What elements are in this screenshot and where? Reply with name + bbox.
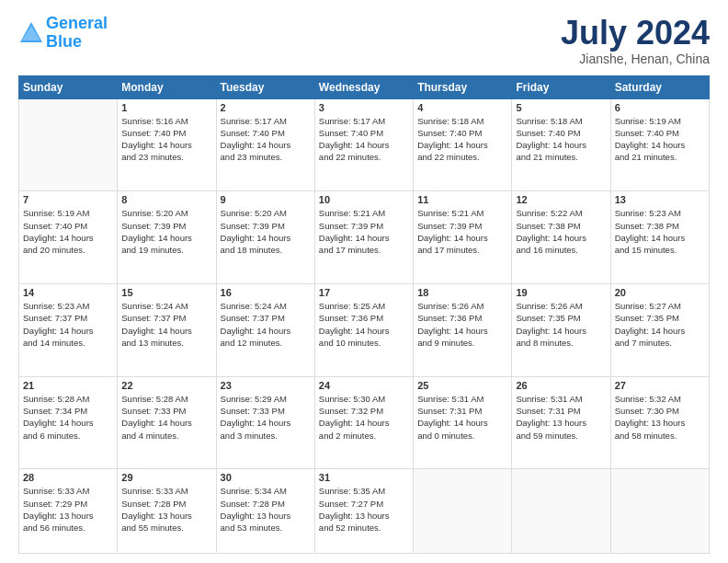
day-number: 29 — [121, 472, 211, 483]
day-number: 1 — [121, 102, 211, 113]
day-number: 30 — [221, 472, 311, 483]
calendar-cell-w2-d1: 7Sunrise: 5:19 AM Sunset: 7:40 PM Daylig… — [19, 191, 118, 284]
page: General Blue July 2024 Jianshe, Henan, C… — [0, 0, 728, 563]
day-number: 12 — [516, 194, 606, 205]
calendar-cell-w1-d3: 2Sunrise: 5:17 AM Sunset: 7:40 PM Daylig… — [216, 98, 314, 191]
header-thursday: Thursday — [414, 75, 512, 98]
logo-text: General Blue — [46, 15, 108, 52]
day-number: 13 — [615, 194, 705, 205]
day-number: 31 — [319, 472, 409, 483]
header-saturday: Saturday — [610, 75, 709, 98]
calendar-cell-w2-d2: 8Sunrise: 5:20 AM Sunset: 7:39 PM Daylig… — [118, 191, 216, 284]
day-info: Sunrise: 5:16 AM Sunset: 7:40 PM Dayligh… — [121, 115, 211, 164]
calendar-cell-w3-d2: 15Sunrise: 5:24 AM Sunset: 7:37 PM Dayli… — [118, 284, 216, 377]
day-number: 2 — [221, 102, 311, 113]
calendar-cell-w5-d3: 30Sunrise: 5:34 AM Sunset: 7:28 PM Dayli… — [216, 469, 314, 554]
header-tuesday: Tuesday — [216, 75, 314, 98]
calendar-cell-w4-d3: 23Sunrise: 5:29 AM Sunset: 7:33 PM Dayli… — [216, 376, 314, 469]
day-info: Sunrise: 5:31 AM Sunset: 7:31 PM Dayligh… — [516, 393, 606, 442]
calendar-cell-w4-d4: 24Sunrise: 5:30 AM Sunset: 7:32 PM Dayli… — [314, 376, 413, 469]
calendar-cell-w5-d2: 29Sunrise: 5:33 AM Sunset: 7:28 PM Dayli… — [118, 469, 216, 554]
day-info: Sunrise: 5:18 AM Sunset: 7:40 PM Dayligh… — [516, 115, 606, 164]
day-info: Sunrise: 5:24 AM Sunset: 7:37 PM Dayligh… — [221, 300, 311, 349]
day-number: 11 — [417, 194, 507, 205]
day-info: Sunrise: 5:34 AM Sunset: 7:28 PM Dayligh… — [221, 485, 311, 534]
calendar-cell-w2-d3: 9Sunrise: 5:20 AM Sunset: 7:39 PM Daylig… — [216, 191, 314, 284]
day-number: 21 — [23, 380, 113, 391]
day-info: Sunrise: 5:23 AM Sunset: 7:38 PM Dayligh… — [615, 207, 705, 256]
calendar-cell-w1-d6: 5Sunrise: 5:18 AM Sunset: 7:40 PM Daylig… — [512, 98, 610, 191]
calendar-cell-w5-d4: 31Sunrise: 5:35 AM Sunset: 7:27 PM Dayli… — [314, 469, 413, 554]
header-monday: Monday — [118, 75, 216, 98]
day-number: 24 — [319, 380, 409, 391]
day-number: 25 — [417, 380, 507, 391]
day-info: Sunrise: 5:28 AM Sunset: 7:34 PM Dayligh… — [23, 393, 113, 442]
calendar-cell-w4-d7: 27Sunrise: 5:32 AM Sunset: 7:30 PM Dayli… — [610, 376, 709, 469]
calendar-cell-w3-d4: 17Sunrise: 5:25 AM Sunset: 7:36 PM Dayli… — [314, 284, 413, 377]
day-info: Sunrise: 5:28 AM Sunset: 7:33 PM Dayligh… — [121, 393, 211, 442]
day-number: 26 — [516, 380, 606, 391]
day-number: 8 — [121, 194, 211, 205]
day-info: Sunrise: 5:24 AM Sunset: 7:37 PM Dayligh… — [121, 300, 211, 349]
day-info: Sunrise: 5:33 AM Sunset: 7:29 PM Dayligh… — [23, 485, 113, 534]
calendar-cell-w2-d6: 12Sunrise: 5:22 AM Sunset: 7:38 PM Dayli… — [512, 191, 610, 284]
day-info: Sunrise: 5:22 AM Sunset: 7:38 PM Dayligh… — [516, 207, 606, 256]
day-number: 3 — [319, 102, 409, 113]
day-info: Sunrise: 5:18 AM Sunset: 7:40 PM Dayligh… — [417, 115, 507, 164]
day-info: Sunrise: 5:30 AM Sunset: 7:32 PM Dayligh… — [319, 393, 409, 442]
svg-marker-1 — [22, 26, 40, 40]
day-info: Sunrise: 5:23 AM Sunset: 7:37 PM Dayligh… — [23, 300, 113, 349]
calendar-cell-w5-d1: 28Sunrise: 5:33 AM Sunset: 7:29 PM Dayli… — [19, 469, 118, 554]
day-info: Sunrise: 5:33 AM Sunset: 7:28 PM Dayligh… — [121, 485, 211, 534]
calendar-cell-w1-d5: 4Sunrise: 5:18 AM Sunset: 7:40 PM Daylig… — [414, 98, 512, 191]
day-number: 19 — [516, 287, 606, 298]
day-number: 23 — [221, 380, 311, 391]
day-number: 22 — [121, 380, 211, 391]
calendar-cell-w4-d1: 21Sunrise: 5:28 AM Sunset: 7:34 PM Dayli… — [19, 376, 118, 469]
calendar-cell-w1-d4: 3Sunrise: 5:17 AM Sunset: 7:40 PM Daylig… — [314, 98, 413, 191]
day-info: Sunrise: 5:25 AM Sunset: 7:36 PM Dayligh… — [319, 300, 409, 349]
header-wednesday: Wednesday — [314, 75, 413, 98]
day-info: Sunrise: 5:17 AM Sunset: 7:40 PM Dayligh… — [221, 115, 311, 164]
day-number: 7 — [23, 194, 113, 205]
logo-blue: Blue — [46, 32, 82, 51]
day-number: 6 — [615, 102, 705, 113]
calendar-cell-w3-d7: 20Sunrise: 5:27 AM Sunset: 7:35 PM Dayli… — [610, 284, 709, 377]
day-info: Sunrise: 5:26 AM Sunset: 7:36 PM Dayligh… — [417, 300, 507, 349]
day-info: Sunrise: 5:19 AM Sunset: 7:40 PM Dayligh… — [615, 115, 705, 164]
week-row-2: 7Sunrise: 5:19 AM Sunset: 7:40 PM Daylig… — [19, 191, 710, 284]
day-number: 17 — [319, 287, 409, 298]
calendar-cell-w3-d1: 14Sunrise: 5:23 AM Sunset: 7:37 PM Dayli… — [19, 284, 118, 377]
logo: General Blue — [18, 15, 108, 52]
day-info: Sunrise: 5:20 AM Sunset: 7:39 PM Dayligh… — [221, 207, 311, 256]
day-number: 18 — [417, 287, 507, 298]
day-info: Sunrise: 5:21 AM Sunset: 7:39 PM Dayligh… — [319, 207, 409, 256]
day-info: Sunrise: 5:17 AM Sunset: 7:40 PM Dayligh… — [319, 115, 409, 164]
day-number: 20 — [615, 287, 705, 298]
day-number: 9 — [221, 194, 311, 205]
weekday-header-row: Sunday Monday Tuesday Wednesday Thursday… — [19, 75, 710, 98]
day-number: 16 — [221, 287, 311, 298]
calendar-cell-w1-d7: 6Sunrise: 5:19 AM Sunset: 7:40 PM Daylig… — [610, 98, 709, 191]
calendar-cell-w5-d7 — [610, 469, 709, 554]
day-info: Sunrise: 5:27 AM Sunset: 7:35 PM Dayligh… — [615, 300, 705, 349]
logo-general: General — [46, 14, 108, 32]
calendar-cell-w1-d1 — [19, 98, 118, 191]
calendar-cell-w1-d2: 1Sunrise: 5:16 AM Sunset: 7:40 PM Daylig… — [118, 98, 216, 191]
month-year: July 2024 — [561, 15, 710, 52]
day-number: 5 — [516, 102, 606, 113]
day-number: 4 — [417, 102, 507, 113]
day-number: 28 — [23, 472, 113, 483]
calendar-cell-w3-d3: 16Sunrise: 5:24 AM Sunset: 7:37 PM Dayli… — [216, 284, 314, 377]
day-info: Sunrise: 5:32 AM Sunset: 7:30 PM Dayligh… — [615, 393, 705, 442]
calendar-cell-w5-d5 — [414, 469, 512, 554]
calendar-cell-w3-d5: 18Sunrise: 5:26 AM Sunset: 7:36 PM Dayli… — [414, 284, 512, 377]
day-info: Sunrise: 5:31 AM Sunset: 7:31 PM Dayligh… — [417, 393, 507, 442]
day-number: 14 — [23, 287, 113, 298]
header-friday: Friday — [512, 75, 610, 98]
day-number: 27 — [615, 380, 705, 391]
calendar-cell-w2-d5: 11Sunrise: 5:21 AM Sunset: 7:39 PM Dayli… — [414, 191, 512, 284]
week-row-5: 28Sunrise: 5:33 AM Sunset: 7:29 PM Dayli… — [19, 469, 710, 554]
day-info: Sunrise: 5:26 AM Sunset: 7:35 PM Dayligh… — [516, 300, 606, 349]
week-row-3: 14Sunrise: 5:23 AM Sunset: 7:37 PM Dayli… — [19, 284, 710, 377]
